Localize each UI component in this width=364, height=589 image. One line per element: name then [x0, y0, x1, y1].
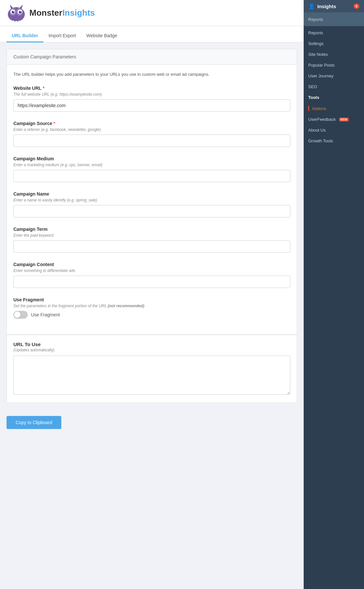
svg-point-0 — [8, 7, 25, 22]
sidebar-item-userfeedback[interactable]: UserFeedback NEW — [304, 114, 364, 125]
sidebar-badge: 5 — [354, 4, 359, 9]
campaign-name-section: Campaign Name Enter a name to easily ide… — [13, 191, 290, 217]
url-to-use-textarea[interactable] — [13, 356, 290, 395]
campaign-source-required: * — [53, 121, 55, 126]
addons-red-bar — [308, 106, 309, 111]
campaign-term-input[interactable] — [13, 240, 290, 253]
sidebar-item-popular-posts-label: Popular Posts — [308, 63, 335, 68]
sidebar-item-reports[interactable]: Reports — [304, 27, 364, 38]
logo-insights: Insights — [62, 8, 95, 18]
campaign-content-input[interactable] — [13, 276, 290, 288]
sidebar-item-seo-label: SEO — [308, 84, 317, 89]
sidebar-item-tools-label: Tools — [308, 95, 319, 100]
toggle-knob — [14, 311, 21, 318]
form-card: Custom Campaign Parameters The URL build… — [7, 49, 297, 403]
logo-icon — [7, 3, 26, 23]
use-fragment-hint: Set the parameters in the fragment porti… — [13, 304, 290, 308]
url-to-use-section: URL To Use (Updates automatically) — [7, 335, 297, 403]
svg-point-7 — [13, 11, 14, 12]
sidebar-item-seo[interactable]: SEO — [304, 81, 364, 92]
tab-url-builder[interactable]: URL Builder — [7, 29, 43, 42]
website-url-section: Website URL * The full website URL (e.g.… — [13, 86, 290, 112]
campaign-medium-hint: Enter a marketing medium (e.g. cpc, bann… — [13, 163, 290, 167]
tab-import-export[interactable]: Import Export — [43, 29, 81, 42]
use-fragment-section: Use Fragment Set the parameters in the f… — [13, 297, 290, 319]
main-content: URL Builder Import Export Website Badge … — [0, 26, 304, 439]
website-url-hint: The full website URL (e.g. https://examp… — [13, 92, 290, 97]
copy-to-clipboard-button[interactable]: Copy to Clipboard — [7, 416, 61, 429]
sidebar-header: 👤 Insights 5 — [304, 0, 364, 12]
svg-rect-13 — [18, 21, 20, 22]
sidebar-item-site-notes[interactable]: Site Notes — [304, 49, 364, 60]
form-card-title: Custom Campaign Parameters — [13, 54, 76, 59]
campaign-term-section: Campaign Term Enter the paid keyword — [13, 227, 290, 253]
use-fragment-label: Use Fragment — [13, 297, 290, 302]
svg-rect-11 — [12, 21, 14, 22]
website-url-required: * — [43, 86, 44, 91]
campaign-content-hint: Enter something to differentiate ads — [13, 268, 290, 273]
logo-area: MonsterInsights — [7, 3, 95, 23]
sidebar-item-userfeedback-label: UserFeedback — [308, 117, 336, 122]
campaign-content-label: Campaign Content — [13, 262, 290, 267]
svg-rect-12 — [15, 21, 17, 23]
website-url-input[interactable] — [13, 99, 290, 112]
url-to-use-hint: (Updates automatically) — [13, 348, 290, 352]
userfeedback-new-badge: NEW — [339, 118, 349, 121]
campaign-medium-input[interactable] — [13, 170, 290, 182]
sidebar-item-growth-tools-label: Growth Tools — [308, 138, 333, 143]
website-url-label: Website URL * — [13, 86, 290, 91]
sidebar-item-user-journey-label: User Journey — [308, 73, 333, 78]
campaign-name-input[interactable] — [13, 205, 290, 217]
sidebar-item-addons[interactable]: Addons — [304, 103, 364, 114]
sidebar-item-popular-posts[interactable]: Popular Posts — [304, 60, 364, 71]
toggle-label: Use Fragment — [31, 312, 60, 317]
sidebar-item-user-journey[interactable]: User Journey — [304, 71, 364, 81]
campaign-source-section: Campaign Source * Enter a referrer (e.g.… — [13, 121, 290, 147]
tab-import-export-label: Import Export — [49, 33, 76, 38]
sidebar-item-about-us[interactable]: About Us — [304, 125, 364, 135]
tab-website-badge[interactable]: Website Badge — [81, 29, 123, 42]
sidebar-title: Insights — [317, 4, 351, 9]
toggle-row: Use Fragment — [13, 311, 290, 319]
sidebar-subheader: Reports — [304, 12, 364, 26]
sidebar-item-addons-label: Addons — [312, 106, 326, 111]
campaign-medium-label: Campaign Medium — [13, 156, 290, 161]
campaign-term-label: Campaign Term — [13, 227, 290, 232]
logo-text: MonsterInsights — [29, 8, 95, 18]
sidebar-item-settings[interactable]: Settings — [304, 38, 364, 49]
svg-point-8 — [20, 11, 21, 12]
campaign-medium-section: Campaign Medium Enter a marketing medium… — [13, 156, 290, 182]
form-card-body: The URL builder helps you add parameters… — [7, 65, 297, 334]
url-to-use-label: URL To Use — [13, 342, 290, 347]
sidebar-item-tools[interactable]: Tools — [304, 92, 364, 103]
tab-website-badge-label: Website Badge — [86, 33, 117, 38]
use-fragment-toggle[interactable] — [13, 311, 28, 319]
sidebar-item-settings-label: Settings — [308, 41, 324, 46]
sidebar: 👤 Insights 5 Reports Reports Settings Si… — [304, 0, 364, 589]
campaign-name-label: Campaign Name — [13, 191, 290, 197]
campaign-term-hint: Enter the paid keyword — [13, 233, 290, 238]
logo-monster: Monster — [29, 8, 62, 18]
campaign-source-label: Campaign Source * — [13, 121, 290, 126]
campaign-source-input[interactable] — [13, 135, 290, 147]
insights-icon: 👤 — [308, 3, 315, 9]
campaign-source-hint: Enter a referrer (e.g. facebook, newslet… — [13, 127, 290, 132]
sidebar-item-growth-tools[interactable]: Growth Tools — [304, 135, 364, 146]
info-text: The URL builder helps you add parameters… — [13, 71, 290, 78]
tab-url-builder-label: URL Builder — [12, 33, 38, 38]
campaign-name-hint: Enter a name to easily identify (e.g. sp… — [13, 198, 290, 202]
tabs-bar: URL Builder Import Export Website Badge — [0, 26, 304, 42]
sidebar-item-reports-label: Reports — [308, 30, 323, 35]
sidebar-nav: Reports Settings Site Notes Popular Post… — [304, 26, 364, 146]
sidebar-reports-label: Reports — [308, 17, 323, 22]
form-container: Custom Campaign Parameters The URL build… — [0, 42, 304, 409]
campaign-content-section: Campaign Content Enter something to diff… — [13, 262, 290, 288]
sidebar-item-site-notes-label: Site Notes — [308, 52, 328, 57]
form-card-header: Custom Campaign Parameters — [7, 49, 297, 65]
sidebar-item-about-us-label: About Us — [308, 128, 326, 133]
